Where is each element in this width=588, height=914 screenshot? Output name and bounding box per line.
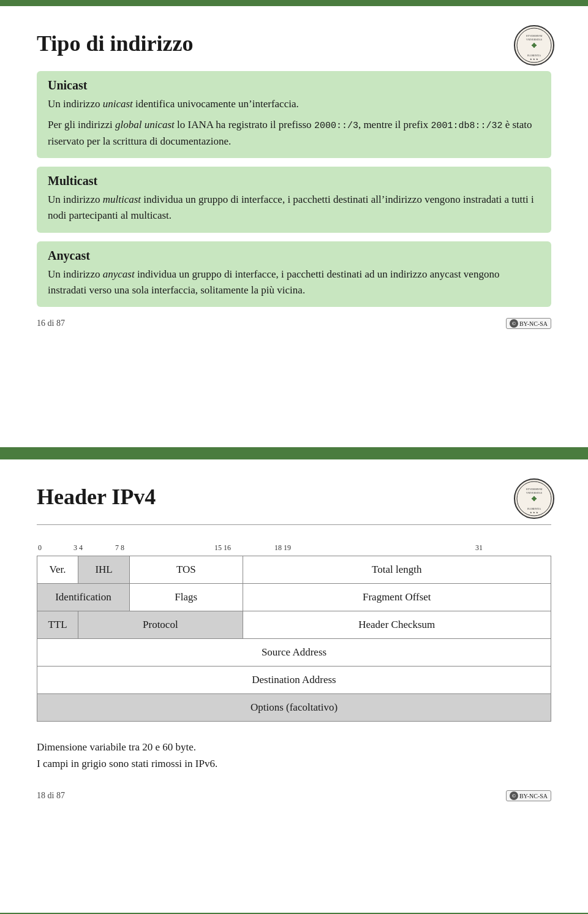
bit-0: 0 (38, 543, 42, 553)
anycast-body: Un indirizzo anycast individua un gruppo… (48, 266, 540, 299)
ipv4-header-section: 0 3 4 7 8 15 16 18 19 31 Ver. IHL TOS To… (37, 543, 551, 772)
svg-text:VNIVERSITAS: VNIVERSITAS (526, 491, 542, 494)
bit-1516: 15 16 (214, 543, 231, 553)
cc-license-badge-1: © BY-NC-SA (506, 318, 551, 329)
svg-point-4 (532, 43, 536, 47)
cell-ttl: TTL (37, 611, 78, 639)
ipv4-row-2: Identification Flags Fragment Offset (37, 584, 551, 611)
cell-ver: Ver. (37, 556, 78, 584)
cell-tos: TOS (130, 556, 243, 584)
multicast-card: Multicast Un indirizzo multicast individ… (37, 167, 551, 233)
svg-text:STVDIORVM: STVDIORVM (526, 488, 542, 491)
multicast-title: Multicast (48, 174, 540, 188)
cc-icon: © (510, 319, 518, 328)
slide-2-title: Header IPv4 (37, 484, 551, 510)
ipv4-row-6: Options (facoltativo) (37, 694, 551, 722)
cell-header-checksum: Header Checksum (243, 611, 551, 639)
slide-1-title: Tipo di indirizzo (37, 31, 551, 56)
cell-fragment-offset: Fragment Offset (243, 584, 551, 611)
cell-protocol: Protocol (78, 611, 243, 639)
ipv4-table: Ver. IHL TOS Total length Identification… (37, 556, 551, 722)
bit-31: 31 (475, 543, 483, 553)
ipv4-row-4: Source Address (37, 639, 551, 667)
svg-text:VNIVERSITAS: VNIVERSITAS (526, 38, 542, 41)
svg-text:FLORENTIA: FLORENTIA (527, 54, 541, 57)
university-logo-2: STVDIORVM VNIVERSITAS FLORENTIA ★ ★ ★ (513, 478, 557, 522)
anycast-card: Anycast Un indirizzo anycast individua u… (37, 241, 551, 308)
cc-icon-2: © (510, 791, 518, 800)
bit-1819: 18 19 (274, 543, 291, 553)
university-logo: STVDIORVM VNIVERSITAS FLORENTIA ★ ★ ★ (513, 25, 557, 69)
ipv4-footer-text: Dimensione variabile tra 20 e 60 byte. I… (37, 739, 551, 772)
unicast-card: Unicast Un indirizzo unicast identifica … (37, 71, 551, 158)
unicast-body: Un indirizzo unicast identifica univocam… (48, 96, 540, 112)
cc-license-badge-2: © BY-NC-SA (506, 790, 551, 801)
ipv4-row-5: Destination Address (37, 667, 551, 694)
svg-text:★ ★ ★: ★ ★ ★ (530, 58, 538, 61)
multicast-body: Un indirizzo multicast individua un grup… (48, 192, 540, 224)
cell-destination-address: Destination Address (37, 667, 551, 694)
slide-2-footer: 18 di 87 © BY-NC-SA (37, 790, 551, 801)
footer-line2: I campi in grigio sono stati rimossi in … (37, 755, 551, 772)
cell-ihl: IHL (78, 556, 130, 584)
ipv4-row-3: TTL Protocol Header Checksum (37, 611, 551, 639)
svg-text:STVDIORVM: STVDIORVM (526, 34, 542, 37)
slide-1-footer: 16 di 87 © BY-NC-SA (37, 318, 551, 329)
cell-flags: Flags (130, 584, 243, 611)
anycast-title: Anycast (48, 249, 540, 263)
middle-green-bar (0, 447, 588, 453)
svg-text:FLORENTIA: FLORENTIA (527, 507, 541, 510)
cell-source-address: Source Address (37, 639, 551, 667)
bit-ruler: 0 3 4 7 8 15 16 18 19 31 (37, 543, 551, 554)
footer-line1: Dimensione variabile tra 20 e 60 byte. (37, 739, 551, 755)
unicast-body2: Per gli indirizzi global unicast lo IANA… (48, 117, 540, 149)
slide-1: STVDIORVM VNIVERSITAS FLORENTIA ★ ★ ★ Ti… (0, 6, 588, 447)
cc-text-2: BY-NC-SA (519, 793, 548, 799)
svg-point-11 (532, 497, 536, 500)
top-green-bar (0, 0, 588, 6)
ipv4-row-1: Ver. IHL TOS Total length (37, 556, 551, 584)
cc-text: BY-NC-SA (519, 320, 548, 327)
cell-identification: Identification (37, 584, 130, 611)
bit-78: 7 8 (115, 543, 124, 553)
slide2-top-bar (0, 453, 588, 459)
cell-total-length: Total length (243, 556, 551, 584)
svg-text:★ ★ ★: ★ ★ ★ (530, 512, 538, 514)
cell-options: Options (facoltativo) (37, 694, 551, 722)
slide-1-page-number: 16 di 87 (37, 319, 65, 328)
bit-34: 3 4 (74, 543, 83, 553)
slide-2: STVDIORVM VNIVERSITAS FLORENTIA ★ ★ ★ He… (0, 459, 588, 913)
slide-2-page-number: 18 di 87 (37, 791, 65, 801)
title-divider (37, 524, 551, 525)
unicast-title: Unicast (48, 78, 540, 93)
